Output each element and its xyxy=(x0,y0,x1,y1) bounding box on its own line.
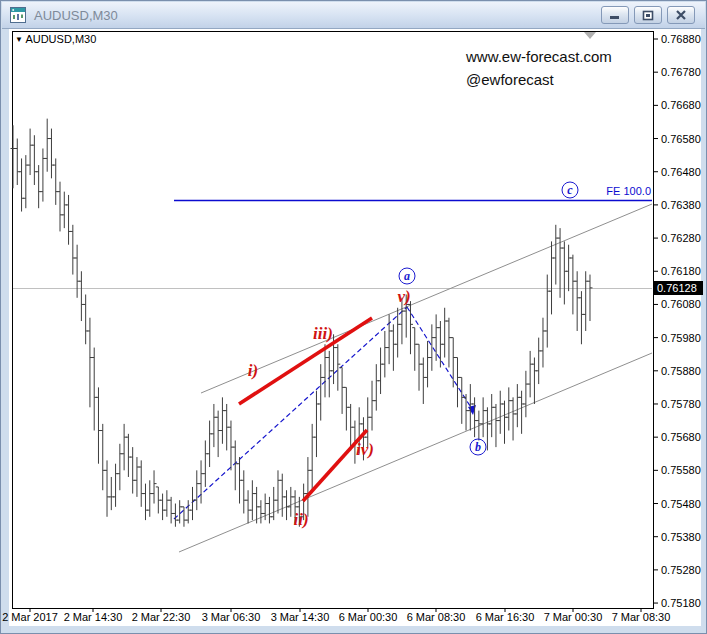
price-tick-label: 0.76780 xyxy=(661,66,705,78)
watermark-handle: @ewforecast xyxy=(466,71,554,88)
time-tick-label: 7 Mar 08:30 xyxy=(606,611,676,623)
chart-app-icon xyxy=(10,7,26,23)
price-tick-label: 0.76180 xyxy=(661,265,705,277)
time-tick-label: 3 Mar 06:30 xyxy=(196,611,266,623)
price-tick-label: 0.75480 xyxy=(661,498,705,510)
price-tick-label: 0.75780 xyxy=(661,398,705,410)
price-tick-label: 0.75180 xyxy=(661,597,705,609)
restore-button[interactable] xyxy=(634,6,662,24)
time-tick-label: 6 Mar 00:30 xyxy=(333,611,403,623)
time-tick-label: 2 Mar 2017 xyxy=(0,611,65,623)
close-button[interactable] xyxy=(667,6,695,24)
price-tick-label: 0.75680 xyxy=(661,431,705,443)
price-tick-label: 0.76380 xyxy=(661,199,705,211)
time-tick-label: 7 Mar 00:30 xyxy=(538,611,608,623)
time-tick-label: 3 Mar 14:30 xyxy=(265,611,335,623)
price-tick-label: 0.76580 xyxy=(661,133,705,145)
price-tick-label: 0.75980 xyxy=(661,332,705,344)
restore-icon xyxy=(642,10,654,21)
price-tick-label: 0.75380 xyxy=(661,531,705,543)
price-tick-label: 0.75580 xyxy=(661,464,705,476)
price-tick-label: 0.75880 xyxy=(661,365,705,377)
chart-window: AUDUSD,M30 ▼ xyxy=(0,0,707,634)
time-tick-label: 2 Mar 14:30 xyxy=(58,611,128,623)
symbol-label-text: AUDUSD,M30 xyxy=(25,33,96,45)
price-tick-label: 0.76280 xyxy=(661,232,705,244)
close-icon xyxy=(675,10,687,20)
time-tick-label: 6 Mar 16:30 xyxy=(470,611,540,623)
fib-expansion-label: FE 100.0 xyxy=(587,185,651,197)
price-tick-label: 0.76680 xyxy=(661,99,705,111)
minimize-button[interactable] xyxy=(601,6,629,24)
time-tick-label: 2 Mar 22:30 xyxy=(126,611,196,623)
symbol-label[interactable]: ▼ AUDUSD,M30 xyxy=(15,33,96,45)
time-tick-label: 6 Mar 08:30 xyxy=(401,611,471,623)
minimize-icon xyxy=(609,10,621,20)
watermark-url: www.ew-forecast.com xyxy=(466,48,612,65)
price-tick-label: 0.75280 xyxy=(661,564,705,576)
chart-area[interactable] xyxy=(9,29,701,626)
collapse-arrow-icon: ▼ xyxy=(15,35,23,44)
price-tick-label: 0.76480 xyxy=(661,166,705,178)
current-price-box: 0.76128 xyxy=(654,281,703,295)
price-tick-label: 0.76880 xyxy=(661,33,705,45)
title-bar[interactable]: AUDUSD,M30 xyxy=(2,2,705,29)
window-title: AUDUSD,M30 xyxy=(34,8,118,23)
price-tick-label: 0.76080 xyxy=(661,298,705,310)
